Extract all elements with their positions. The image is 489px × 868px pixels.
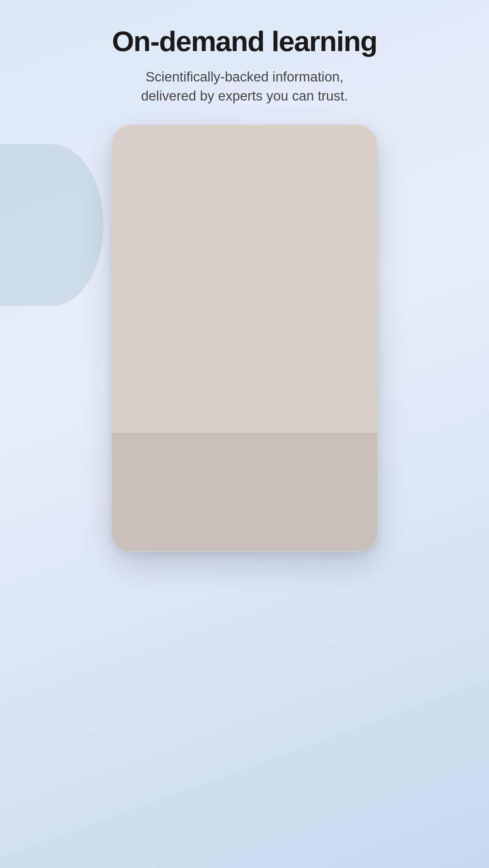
- new-card-2[interactable]: [246, 450, 310, 508]
- blob-decoration: [0, 144, 103, 306]
- new-in-section: New in: [112, 429, 377, 508]
- hero-subtitle: Scientifically-backed information,delive…: [112, 68, 377, 106]
- phone-container: Academy Search All: [0, 125, 489, 551]
- svg-rect-17: [246, 450, 310, 508]
- phone-mockup: Academy Search All: [112, 125, 377, 551]
- hero-section: On-demand learning Scientifically-backed…: [92, 26, 397, 105]
- hero-title: On-demand learning: [112, 26, 377, 57]
- new-card-2-image: [246, 450, 310, 508]
- new-in-cards: [112, 450, 377, 508]
